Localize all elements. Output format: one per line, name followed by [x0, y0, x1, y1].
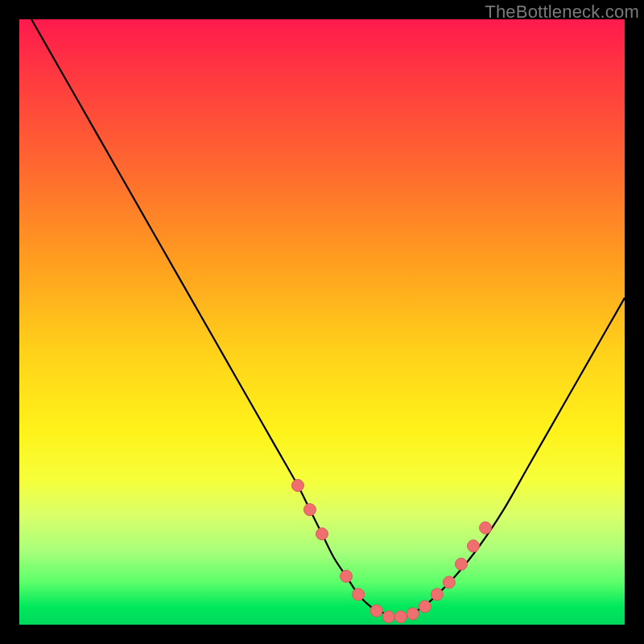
- plot-area: [19, 19, 625, 625]
- highlight-marker: [480, 522, 492, 534]
- highlight-marker: [407, 608, 419, 620]
- highlight-marker: [341, 570, 353, 582]
- highlight-marker: [431, 588, 443, 601]
- highlight-marker: [394, 611, 407, 623]
- chart-frame: TheBottleneck.com: [0, 0, 644, 644]
- highlight-marker: [291, 480, 303, 492]
- highlight-marker: [468, 540, 480, 552]
- highlight-marker: [455, 558, 467, 570]
- highlight-marker: [370, 605, 382, 617]
- watermark-text: TheBottleneck.com: [485, 2, 639, 23]
- bottleneck-chart: [19, 19, 625, 625]
- highlight-marker: [303, 504, 316, 516]
- bottleneck-curve: [31, 19, 625, 617]
- highlight-marker: [316, 528, 328, 540]
- highlight-marker: [382, 611, 394, 623]
- highlight-marker: [443, 576, 455, 588]
- highlight-marker: [353, 588, 365, 601]
- highlight-marker: [419, 601, 431, 613]
